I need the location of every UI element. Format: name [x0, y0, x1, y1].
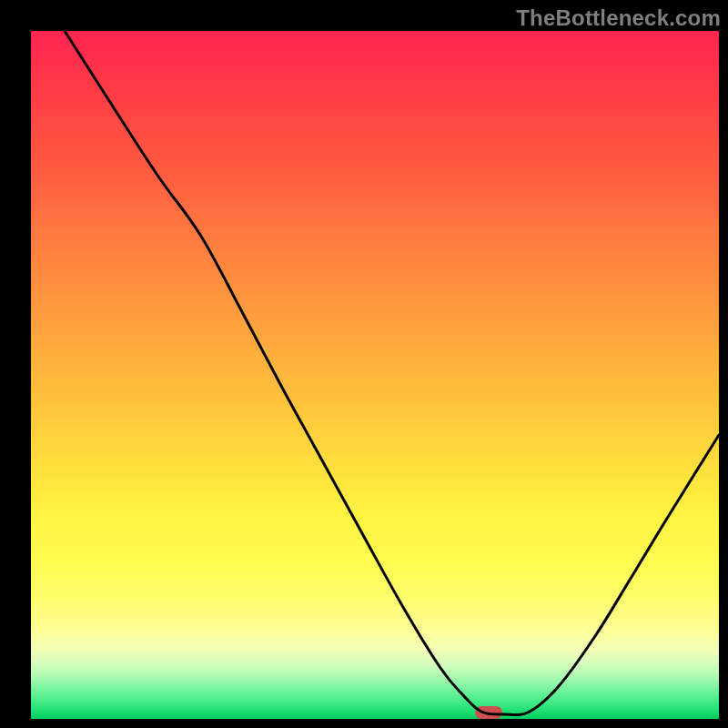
- watermark-text: TheBottleneck.com: [516, 5, 721, 31]
- data-marker: [475, 706, 502, 719]
- chart-plot-area: [31, 31, 719, 719]
